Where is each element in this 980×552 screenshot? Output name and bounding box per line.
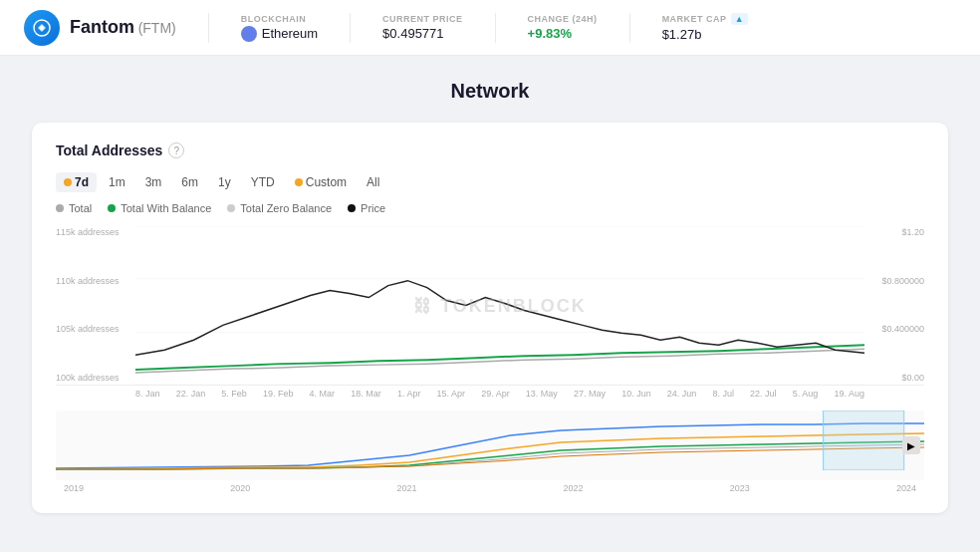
time-btn-all[interactable]: All	[359, 172, 387, 192]
mini-chart[interactable]: ▶	[56, 411, 924, 480]
header: Fantom (FTM) BLOCKCHAIN Ethereum CURRENT…	[0, 0, 980, 56]
brand-name: Fantom	[70, 17, 134, 37]
x-label-24jun: 24. Jun	[667, 390, 697, 399]
legend-total: Total	[56, 202, 92, 214]
chart-legend: Total Total With Balance Total Zero Bala…	[56, 202, 924, 214]
legend-label-price: Price	[361, 202, 385, 214]
x-label-29apr: 29. Apr	[481, 390, 510, 399]
svg-point-1	[40, 26, 44, 30]
price-info: CURRENT PRICE $0.495771	[382, 14, 463, 41]
marketcap-value: $1.27b	[662, 27, 748, 42]
x-label-18mar: 18. Mar	[351, 390, 381, 399]
x-label-15apr: 15. Apr	[437, 390, 466, 399]
marketcap-label: MARKET CAP ▲	[662, 13, 748, 25]
time-dot-custom	[295, 178, 303, 186]
change-value: +9.83%	[528, 26, 598, 41]
mini-label-2019: 2019	[64, 484, 84, 493]
blockchain-info: BLOCKCHAIN Ethereum	[241, 14, 318, 42]
x-label-13may: 13. May	[526, 390, 558, 399]
x-label-5aug: 5. Aug	[793, 390, 819, 399]
legend-label-total: Total	[69, 202, 92, 214]
time-btn-3m[interactable]: 3m	[137, 172, 170, 192]
change-label: CHANGE (24H)	[528, 14, 598, 24]
x-label-8jul: 8. Jul	[712, 390, 734, 399]
x-label-5feb: 5. Feb	[221, 390, 247, 399]
y-label-0-40: $0.400000	[881, 325, 924, 334]
time-btn-6m[interactable]: 6m	[173, 172, 206, 192]
chart-card: Total Addresses ? 7d 1m 3m 6m 1y YTD Cus…	[32, 123, 948, 513]
mini-chart-labels: 2019 2020 2021 2022 2023 2024	[56, 484, 924, 493]
market-cap-badge: ▲	[731, 13, 748, 25]
brand-text: Fantom (FTM)	[70, 17, 176, 38]
page-title: Network	[32, 80, 948, 103]
y-label-105k: 105k addresses	[56, 325, 120, 334]
header-divider-2	[350, 13, 351, 43]
chart-svg	[135, 226, 864, 385]
price-label: CURRENT PRICE	[382, 14, 463, 24]
mini-label-2024: 2024	[896, 484, 916, 493]
header-divider-3	[495, 13, 496, 43]
legend-price: Price	[348, 202, 385, 214]
x-label-8jan: 8. Jan	[135, 390, 160, 399]
y-label-100k: 100k addresses	[56, 374, 120, 383]
time-btn-7d[interactable]: 7d	[56, 172, 97, 192]
legend-dot-price	[348, 204, 356, 212]
marketcap-info: MARKET CAP ▲ $1.27b	[662, 13, 748, 42]
mini-chart-svg	[56, 411, 924, 470]
legend-total-balance: Total With Balance	[108, 202, 211, 214]
legend-label-zero: Total Zero Balance	[240, 202, 332, 214]
x-label-19aug: 19. Aug	[834, 390, 864, 399]
time-dot-7d	[64, 178, 72, 186]
time-btn-1m[interactable]: 1m	[101, 172, 133, 192]
y-labels-right: $1.20 $0.800000 $0.400000 $0.00	[881, 226, 924, 385]
x-label-22jul: 22. Jul	[750, 390, 777, 399]
legend-dot-total	[56, 204, 64, 212]
change-info: CHANGE (24H) +9.83%	[528, 14, 598, 41]
x-label-4mar: 4. Mar	[310, 390, 336, 399]
help-icon[interactable]: ?	[168, 142, 184, 158]
x-label-22jan: 22. Jan	[176, 390, 206, 399]
price-value: $0.495771	[382, 26, 463, 41]
legend-label-balance: Total With Balance	[121, 202, 211, 214]
main-chart: 115k addresses 110k addresses 105k addre…	[56, 226, 924, 386]
y-label-115k: 115k addresses	[56, 228, 120, 237]
page-content: Network Total Addresses ? 7d 1m 3m 6m 1y…	[0, 56, 980, 537]
header-divider-4	[629, 13, 630, 43]
x-label-10jun: 10. Jun	[621, 390, 651, 399]
mini-label-2021: 2021	[396, 484, 416, 493]
y-label-110k: 110k addresses	[56, 277, 120, 286]
y-label-1-20: $1.20	[881, 228, 924, 237]
mini-label-2023: 2023	[730, 484, 750, 493]
y-label-0-80: $0.800000	[881, 277, 924, 286]
time-btn-custom[interactable]: Custom	[287, 172, 355, 192]
legend-dot-balance	[108, 204, 116, 212]
mini-nav-right[interactable]: ▶	[902, 436, 920, 454]
x-label-27may: 27. May	[574, 390, 606, 399]
y-labels-left: 115k addresses 110k addresses 105k addre…	[56, 226, 120, 385]
blockchain-value: Ethereum	[241, 26, 318, 42]
brand-logo	[24, 10, 60, 46]
card-header: Total Addresses ?	[56, 142, 924, 158]
x-label-1apr: 1. Apr	[397, 390, 421, 399]
mini-label-2020: 2020	[230, 484, 250, 493]
x-label-19feb: 19. Feb	[263, 390, 294, 399]
chart-svg-container: ⛓ TOKENBLOCK	[135, 226, 864, 385]
x-labels: 8. Jan 22. Jan 5. Feb 19. Feb 4. Mar 18.…	[135, 390, 864, 399]
blockchain-label: BLOCKCHAIN	[241, 14, 318, 24]
y-label-0-00: $0.00	[881, 374, 924, 383]
time-controls: 7d 1m 3m 6m 1y YTD Custom All	[56, 172, 924, 192]
header-divider-1	[208, 13, 209, 43]
mini-label-2022: 2022	[564, 484, 584, 493]
brand-ticker: (FTM)	[138, 20, 176, 36]
legend-zero-balance: Total Zero Balance	[227, 202, 332, 214]
svg-rect-6	[824, 411, 904, 470]
legend-dot-zero	[227, 204, 235, 212]
time-btn-ytd[interactable]: YTD	[243, 172, 283, 192]
card-title: Total Addresses	[56, 142, 162, 158]
ethereum-icon	[241, 26, 257, 42]
brand: Fantom (FTM)	[24, 10, 176, 46]
time-btn-1y[interactable]: 1y	[210, 172, 239, 192]
